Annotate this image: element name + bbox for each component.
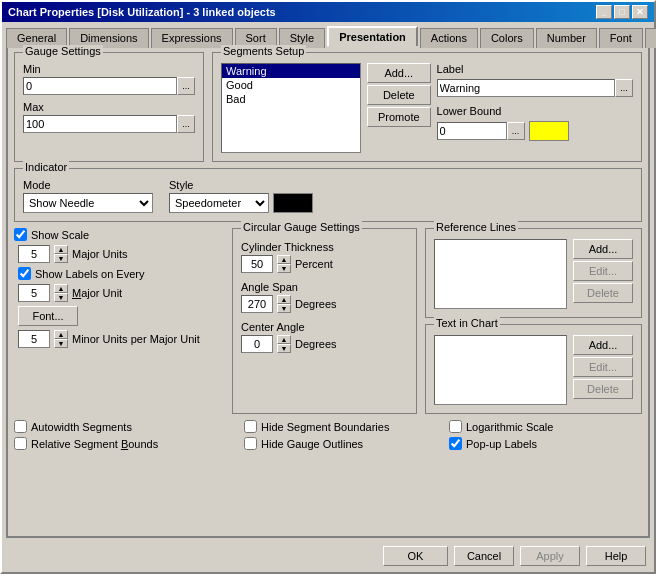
- angle-input[interactable]: [241, 295, 273, 313]
- autowidth-checkbox[interactable]: [14, 420, 27, 433]
- reference-lines-area: [434, 239, 567, 309]
- ref-edit-button[interactable]: Edit...: [573, 261, 633, 281]
- tab-colors[interactable]: Colors: [480, 28, 534, 48]
- min-input[interactable]: [23, 77, 177, 95]
- main-window: Chart Properties [Disk Utilization] - 3 …: [0, 0, 656, 574]
- hide-gauge-checkbox[interactable]: [244, 437, 257, 450]
- tab-presentation[interactable]: Presentation: [327, 26, 418, 46]
- style-select[interactable]: Speedometer: [169, 193, 269, 213]
- style-color-swatch[interactable]: [273, 193, 313, 213]
- top-row: Gauge Settings Min ... Max ... Segment: [14, 52, 642, 162]
- angle-up[interactable]: ▲: [277, 295, 291, 304]
- promote-segment-button[interactable]: Promote: [367, 107, 431, 127]
- major-unit-group: ▲ ▼ Major Unit: [18, 284, 224, 302]
- segments-setup-label: Segments Setup: [221, 45, 306, 57]
- text-delete-button[interactable]: Delete: [573, 379, 633, 399]
- mode-label: Mode: [23, 179, 153, 191]
- lower-bound-input-group: ...: [437, 122, 525, 140]
- lower-bound-label: Lower Bound: [437, 105, 633, 117]
- max-label: Max: [23, 101, 195, 113]
- show-labels-checkbox[interactable]: [18, 267, 31, 280]
- logarithmic-checkbox[interactable]: [449, 420, 462, 433]
- major-unit-input[interactable]: [18, 284, 50, 302]
- font-button[interactable]: Font...: [18, 306, 78, 326]
- ref-delete-button[interactable]: Delete: [573, 283, 633, 303]
- scale-options: ▲ ▼ Major Units Show Labels on Every ▲: [18, 245, 224, 348]
- tab-bar: General Dimensions Expressions Sort Styl…: [2, 22, 654, 46]
- apply-button[interactable]: Apply: [520, 546, 580, 566]
- add-segment-button[interactable]: Add...: [367, 63, 431, 83]
- minor-units-group: ▲ ▼ Minor Units per Major Unit: [18, 330, 224, 348]
- angle-spinner-group: ▲ ▼ Degrees: [241, 295, 408, 313]
- tab-font[interactable]: Font: [599, 28, 643, 48]
- major-units-down[interactable]: ▼: [54, 254, 68, 263]
- logarithmic-checkbox-group: Logarithmic Scale: [449, 420, 553, 433]
- text-edit-button[interactable]: Edit...: [573, 357, 633, 377]
- cancel-button[interactable]: Cancel: [454, 546, 514, 566]
- label-input-group: ...: [437, 79, 633, 97]
- tab-layout[interactable]: Layout: [645, 28, 656, 48]
- segment-item-good[interactable]: Good: [222, 78, 360, 92]
- major-unit-up[interactable]: ▲: [54, 284, 68, 293]
- popup-checkbox[interactable]: [449, 437, 462, 450]
- right-checkboxes: Logarithmic Scale Pop-up Labels: [449, 420, 553, 450]
- major-unit-spinners: ▲ ▼: [54, 284, 68, 302]
- style-label: Style: [169, 179, 313, 191]
- max-input[interactable]: [23, 115, 177, 133]
- angle-unit: Degrees: [295, 298, 337, 310]
- major-units-spinners: ▲ ▼: [54, 245, 68, 263]
- segments-setup-group: Segments Setup Warning Good Bad Add... D…: [212, 52, 642, 162]
- minimize-button[interactable]: _: [596, 5, 612, 19]
- relative-checkbox[interactable]: [14, 437, 27, 450]
- ref-add-button[interactable]: Add...: [573, 239, 633, 259]
- major-unit-down[interactable]: ▼: [54, 293, 68, 302]
- center-spinner-group: ▲ ▼ Degrees: [241, 335, 408, 353]
- title-bar: Chart Properties [Disk Utilization] - 3 …: [2, 2, 654, 22]
- circular-gauge-group: Circular Gauge Settings Cylinder Thickne…: [232, 228, 417, 414]
- hide-segment-checkbox[interactable]: [244, 420, 257, 433]
- middle-row: Show Scale ▲ ▼ Major Units Show Labels o…: [14, 228, 642, 414]
- hide-segment-label: Hide Segment Boundaries: [261, 421, 389, 433]
- show-scale-label: Show Scale: [31, 229, 89, 241]
- center-input[interactable]: [241, 335, 273, 353]
- cylinder-up[interactable]: ▲: [277, 255, 291, 264]
- major-units-up[interactable]: ▲: [54, 245, 68, 254]
- delete-segment-button[interactable]: Delete: [367, 85, 431, 105]
- cylinder-down[interactable]: ▼: [277, 264, 291, 273]
- max-browse-button[interactable]: ...: [177, 115, 195, 133]
- mode-select[interactable]: Show Needle: [23, 193, 153, 213]
- reference-line-buttons: Add... Edit... Delete: [573, 239, 633, 309]
- center-up[interactable]: ▲: [277, 335, 291, 344]
- color-swatch[interactable]: [529, 121, 569, 141]
- tab-actions[interactable]: Actions: [420, 28, 478, 48]
- center-down[interactable]: ▼: [277, 344, 291, 353]
- angle-down[interactable]: ▼: [277, 304, 291, 313]
- segments-listbox[interactable]: Warning Good Bad: [221, 63, 361, 153]
- text-add-button[interactable]: Add...: [573, 335, 633, 355]
- min-browse-button[interactable]: ...: [177, 77, 195, 95]
- text-in-chart-group: Text in Chart Add... Edit... Delete: [425, 324, 642, 414]
- segment-item-bad[interactable]: Bad: [222, 92, 360, 106]
- cylinder-input[interactable]: [241, 255, 273, 273]
- major-units-input[interactable]: [18, 245, 50, 263]
- ok-button[interactable]: OK: [383, 546, 448, 566]
- circular-gauge-label: Circular Gauge Settings: [241, 221, 362, 233]
- minor-units-down[interactable]: ▼: [54, 339, 68, 348]
- segment-item-warning[interactable]: Warning: [222, 64, 360, 78]
- label-browse-button[interactable]: ...: [615, 79, 633, 97]
- popup-label: Pop-up Labels: [466, 438, 537, 450]
- maximize-button[interactable]: □: [614, 5, 630, 19]
- show-scale-checkbox[interactable]: [14, 228, 27, 241]
- lower-bound-input[interactable]: [437, 122, 507, 140]
- minor-units-up[interactable]: ▲: [54, 330, 68, 339]
- text-in-chart-area: [434, 335, 567, 405]
- help-button[interactable]: Help: [586, 546, 646, 566]
- tab-number[interactable]: Number: [536, 28, 597, 48]
- text-in-chart-content: Add... Edit... Delete: [434, 335, 633, 405]
- label-input[interactable]: [437, 79, 615, 97]
- minor-units-input[interactable]: [18, 330, 50, 348]
- indicator-group: Indicator Mode Show Needle Style Speedom…: [14, 168, 642, 222]
- lower-bound-browse-button[interactable]: ...: [507, 122, 525, 140]
- close-button[interactable]: ✕: [632, 5, 648, 19]
- major-units-label: Major Units: [72, 248, 128, 260]
